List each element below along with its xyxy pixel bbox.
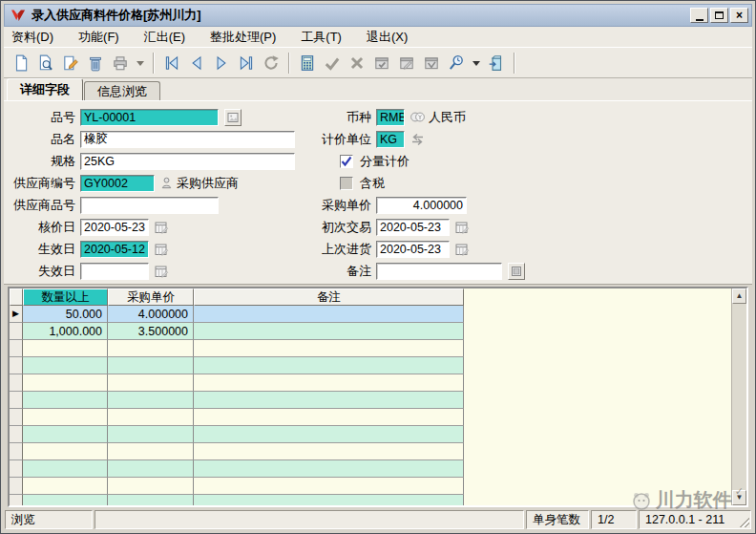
purchase-price-field[interactable]: 4.000000: [376, 197, 467, 214]
grid-cell[interactable]: [23, 495, 108, 507]
calendar-icon[interactable]: [454, 220, 470, 235]
row-selector-cell[interactable]: [10, 426, 23, 443]
post-button[interactable]: [370, 52, 393, 75]
grid-cell[interactable]: 50.000: [23, 306, 108, 323]
price-unit-field[interactable]: KG: [376, 131, 405, 148]
row-selector-cell[interactable]: [10, 340, 23, 357]
delete-button[interactable]: [84, 52, 107, 75]
grid-cell[interactable]: [194, 357, 464, 374]
nav-last-button[interactable]: [235, 52, 258, 75]
remark-memo-button[interactable]: [508, 263, 525, 280]
tab-info-browse[interactable]: 信息浏览: [84, 81, 160, 100]
grid-cell[interactable]: [108, 443, 194, 460]
menu-item-batch[interactable]: 整批处理(P): [210, 29, 276, 46]
calendar-icon[interactable]: [154, 242, 169, 257]
cancel-button[interactable]: [346, 52, 368, 75]
search-dropdown[interactable]: [470, 52, 483, 75]
grid-row[interactable]: [10, 340, 746, 357]
grid-cell[interactable]: [23, 478, 108, 495]
grid-cell[interactable]: [23, 443, 108, 460]
grid-cell[interactable]: [108, 478, 194, 495]
edit-button[interactable]: [59, 52, 82, 75]
vertical-scrollbar[interactable]: ▲ ▼: [731, 288, 746, 505]
grid-cell[interactable]: [108, 392, 194, 409]
grid-cell[interactable]: [23, 392, 108, 409]
grid-cell[interactable]: [194, 323, 464, 340]
refresh-button[interactable]: [260, 52, 283, 75]
remark-field[interactable]: [376, 263, 502, 280]
resize-grip[interactable]: [740, 518, 749, 527]
grid-cell[interactable]: [23, 340, 108, 357]
grid-row[interactable]: [10, 495, 746, 507]
grid-cell[interactable]: [108, 357, 194, 374]
grid-cell[interactable]: [23, 460, 108, 478]
grid-cell[interactable]: [108, 426, 194, 443]
menu-item-function[interactable]: 功能(F): [78, 29, 119, 46]
menu-item-export[interactable]: 汇出(E): [144, 29, 185, 46]
supplier-item-no-field[interactable]: [80, 197, 219, 214]
scroll-down-button[interactable]: ▼: [732, 490, 746, 505]
grid-column-header[interactable]: 备注: [194, 288, 464, 306]
grid-cell[interactable]: [194, 340, 464, 357]
print-preview-button[interactable]: [34, 52, 57, 75]
spec-field[interactable]: 25KG: [80, 153, 295, 170]
new-button[interactable]: [10, 52, 32, 75]
tab-detail-fields[interactable]: 详细字段: [7, 78, 83, 100]
grid-row[interactable]: [10, 426, 746, 443]
row-selector-cell[interactable]: [10, 392, 23, 409]
grid-cell[interactable]: [23, 409, 108, 426]
last-purchase-field[interactable]: 2020-05-23: [376, 241, 450, 258]
grid-row[interactable]: [10, 374, 746, 392]
calendar-icon[interactable]: [154, 220, 169, 235]
grid-cell[interactable]: [23, 374, 108, 392]
calendar-icon[interactable]: [154, 264, 169, 279]
grid-cell[interactable]: [108, 460, 194, 478]
grid-cell[interactable]: [194, 460, 464, 478]
row-selector-cell[interactable]: [10, 323, 23, 340]
modify-button[interactable]: [395, 52, 418, 75]
row-selector-cell[interactable]: [10, 374, 23, 392]
calculator-button[interactable]: [296, 52, 319, 75]
price-date-field[interactable]: 2020-05-23: [80, 219, 149, 236]
row-selector-cell[interactable]: [10, 357, 23, 374]
minimize-button[interactable]: [690, 8, 708, 23]
confirm-button[interactable]: [321, 52, 344, 75]
grid-cell[interactable]: [108, 340, 194, 357]
grid-cell[interactable]: 3.500000: [108, 323, 194, 340]
grid-cell[interactable]: [194, 426, 464, 443]
tax-included-checkbox[interactable]: [340, 177, 353, 190]
grid-row[interactable]: ▶50.0004.000000: [10, 306, 746, 323]
nav-first-button[interactable]: [160, 52, 183, 75]
grid-cell[interactable]: [194, 392, 464, 409]
nav-prev-button[interactable]: [185, 52, 208, 75]
grid-cell[interactable]: [108, 495, 194, 507]
grid-cell[interactable]: [194, 478, 464, 495]
row-selector-cell[interactable]: [10, 460, 23, 478]
menu-item-data[interactable]: 资料(D): [11, 29, 53, 46]
grid-cell[interactable]: [23, 426, 108, 443]
maximize-button[interactable]: [710, 8, 728, 23]
grid-cell[interactable]: [194, 409, 464, 426]
grid-row[interactable]: [10, 478, 746, 495]
search-button[interactable]: [445, 52, 468, 75]
row-selector-cell[interactable]: ▶: [10, 306, 23, 323]
effective-date-field[interactable]: 2020-05-12: [80, 241, 149, 258]
item-image-button[interactable]: [224, 109, 242, 126]
item-name-field[interactable]: 橡胶: [80, 131, 295, 148]
grid-column-header[interactable]: 数量以上: [23, 288, 108, 306]
scroll-up-button[interactable]: ▲: [732, 288, 746, 304]
grid-cell[interactable]: 4.000000: [108, 306, 194, 323]
close-button[interactable]: ×: [730, 8, 748, 23]
grid-cell[interactable]: [23, 357, 108, 374]
item-no-field[interactable]: YL-00001: [80, 109, 219, 126]
grid-row[interactable]: [10, 357, 746, 374]
batch-edit-button[interactable]: [420, 52, 443, 75]
nav-next-button[interactable]: [210, 52, 233, 75]
grid-row[interactable]: [10, 392, 746, 409]
grid-cell[interactable]: [108, 409, 194, 426]
expire-date-field[interactable]: [80, 263, 149, 280]
menu-item-tools[interactable]: 工具(T): [301, 29, 342, 46]
title-bar[interactable]: 录入供应商料件价格[苏州川力] ×: [4, 4, 752, 27]
grid-row[interactable]: [10, 460, 746, 478]
print-button[interactable]: [109, 52, 132, 75]
